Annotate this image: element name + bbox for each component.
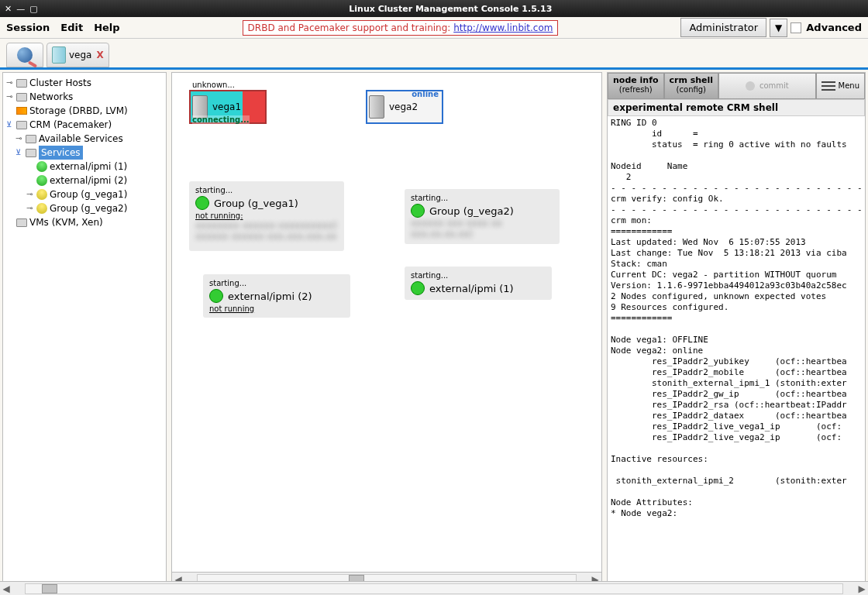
- resource-status: starting...: [411, 194, 553, 202]
- host-vega2[interactable]: online vega2: [366, 90, 443, 124]
- canvas-pane: unknown... vega1 connecting... online ve…: [171, 72, 602, 586]
- menu-help[interactable]: Help: [94, 22, 119, 33]
- commit-indicator-icon: [746, 81, 755, 91]
- resource-group-vega1[interactable]: starting... Group (g_vega1) not running:…: [189, 181, 344, 251]
- redacted-text: xxxxxx xxxxxx xxx.xxx.xxx.xx: [195, 231, 338, 242]
- support-banner: DRBD and Pacemaker support and training:…: [243, 20, 559, 36]
- menu-session[interactable]: Session: [6, 22, 50, 33]
- tree-ipmi-1[interactable]: external/ipmi (1): [5, 160, 164, 174]
- menu-edit[interactable]: Edit: [60, 22, 83, 33]
- resource-running-icon: [411, 204, 425, 218]
- host-status: online: [412, 90, 439, 98]
- tree-pane: ⊸Cluster Hosts ⊸Networks Storage (DRBD, …: [2, 72, 167, 586]
- scroll-right-icon[interactable]: ▶: [856, 583, 866, 587]
- resource-running-icon: [36, 175, 47, 186]
- resource-label: external/ipmi (1): [429, 283, 514, 294]
- tabs-row: vega X: [0, 39, 868, 70]
- host-label: vega2: [389, 101, 418, 112]
- resource-running-icon: [36, 161, 47, 172]
- resource-running-icon: [209, 289, 223, 303]
- resource-status: starting...: [195, 186, 338, 194]
- maximize-icon[interactable]: ▢: [29, 4, 37, 14]
- tab-close-icon[interactable]: X: [96, 50, 103, 60]
- tree-vms[interactable]: VMs (KVM, Xen): [5, 215, 164, 229]
- advanced-label: Advanced: [806, 22, 862, 33]
- resource-group-icon: [36, 189, 47, 200]
- resource-group-vega2[interactable]: starting... Group (g_vega2) xxxxxx xxx x…: [405, 189, 560, 244]
- resource-label: external/ipmi (2): [228, 291, 312, 302]
- shell-output[interactable]: RING ID 0 id = status = ring 0 active wi…: [608, 116, 865, 586]
- horizontal-scrollbar[interactable]: ◀ ▶: [607, 581, 866, 586]
- tree-group-1[interactable]: ⊸Group (g_vega1): [5, 187, 164, 201]
- resource-group-icon: [36, 203, 47, 214]
- shell-title: experimental remote CRM shell: [608, 99, 865, 116]
- resource-ipmi-1[interactable]: starting... external/ipmi (1): [405, 267, 552, 300]
- tree-cluster-hosts[interactable]: ⊸Cluster Hosts: [5, 76, 164, 90]
- resource-status: not running:: [195, 212, 338, 220]
- folder-icon: [16, 121, 27, 129]
- crm-shell-button[interactable]: crm shell(config): [664, 73, 719, 99]
- resource-label: Group (g_vega1): [214, 198, 298, 209]
- tab-overview[interactable]: [6, 43, 43, 67]
- resource-running-icon: [195, 196, 209, 210]
- admin-dropdown[interactable]: Administrator: [680, 18, 766, 37]
- server-icon: [52, 46, 66, 64]
- support-link[interactable]: http://www.linbit.com: [453, 22, 553, 33]
- shell-toolbar: node info(refresh) crm shell(config) com…: [608, 73, 865, 99]
- server-icon: [369, 95, 384, 119]
- host-status: connecting...: [192, 115, 250, 124]
- tab-vega[interactable]: vega X: [46, 43, 109, 67]
- menu-button[interactable]: Menu: [816, 73, 865, 99]
- resource-status: not running: [209, 304, 344, 313]
- folder-icon: [16, 218, 27, 227]
- folder-icon: [16, 79, 27, 88]
- resource-status: starting...: [411, 271, 546, 280]
- globe-icon: [17, 47, 33, 63]
- storage-icon: [16, 107, 27, 115]
- resource-label: Group (g_vega2): [429, 205, 514, 217]
- tree-group-2[interactable]: ⊸Group (g_vega2): [5, 201, 164, 215]
- commit-button[interactable]: commit: [718, 73, 815, 99]
- hamburger-icon: [822, 79, 835, 93]
- resource-status: starting...: [209, 279, 344, 287]
- resource-ipmi-2[interactable]: starting... external/ipmi (2) not runnin…: [203, 274, 350, 318]
- tree-networks[interactable]: ⊸Networks: [5, 90, 164, 104]
- host-status: unknown...: [192, 81, 235, 89]
- tree-crm[interactable]: ⊻CRM (Pacemaker): [5, 118, 164, 132]
- node-info-button[interactable]: node info(refresh): [608, 73, 664, 99]
- tree-services[interactable]: ⊻Services: [5, 146, 164, 160]
- window-title: Linux Cluster Management Console 1.5.13: [38, 4, 863, 14]
- window-titlebar: ✕ — ▢ Linux Cluster Management Console 1…: [0, 0, 868, 17]
- close-icon[interactable]: ✕: [5, 4, 12, 14]
- tree-ipmi-2[interactable]: external/ipmi (2): [5, 174, 164, 187]
- minimize-icon[interactable]: —: [16, 4, 25, 14]
- redacted-text: xxxxxxxx xxxxxx xxxxxxxxxx): [195, 220, 338, 231]
- redacted-text: xxxxxx xxx xxxx xx xxx.xx.xx.xx): [411, 218, 553, 239]
- advanced-checkbox[interactable]: [790, 22, 801, 33]
- host-vega1[interactable]: unknown... vega1 connecting...: [189, 90, 267, 124]
- host-label: vega1: [212, 101, 241, 112]
- folder-icon: [26, 135, 36, 143]
- folder-icon: [16, 93, 27, 101]
- menubar: Session Edit Help DRBD and Pacemaker sup…: [0, 17, 868, 39]
- resource-running-icon: [411, 281, 425, 295]
- shell-pane: node info(refresh) crm shell(config) com…: [607, 72, 866, 586]
- folder-icon: [26, 149, 36, 157]
- tree-storage[interactable]: Storage (DRBD, LVM): [5, 104, 164, 118]
- admin-dropdown-caret[interactable]: ▼: [770, 19, 787, 37]
- tree-available-services[interactable]: ⊸Available Services: [5, 132, 164, 146]
